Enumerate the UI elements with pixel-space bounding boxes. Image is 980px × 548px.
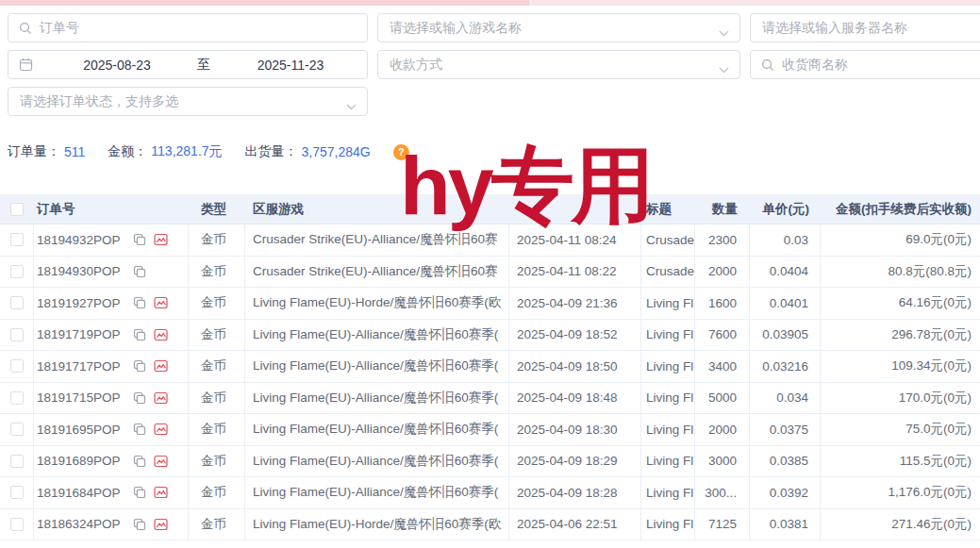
server-placeholder: 请选择或输入服务器名称 [762,20,907,37]
amount-cell: 75.0元(0元) [821,414,980,445]
title-cell: Crusade [641,224,695,256]
image-icon[interactable] [154,486,168,499]
time-cell: 2025-04-09 18:52 [509,320,641,351]
order-no-text: 18191715POP [37,390,133,405]
row-checkbox[interactable] [0,224,34,256]
calendar-icon [19,58,33,72]
top-edge-strip [0,0,980,6]
game-cell: Crusader Strike(EU)-Alliance/魔兽怀旧60赛 [245,257,509,288]
table-row: 18191719POP金币Living Flame(EU)-Alliance/魔… [0,320,980,352]
server-input[interactable]: 请选择或输入服务器名称 [750,13,980,42]
time-cell: 2025-04-11 08:22 [509,257,641,288]
row-checkbox[interactable] [0,257,34,288]
row-checkbox[interactable] [0,383,34,414]
price-cell: 0.03905 [750,320,821,351]
order-management-screen: 订单号 请选择或输入游戏名称 请选择或输入服务器名称 2025-08-23 至 … [0,0,980,548]
order-no-text: 18194930POP [37,264,133,278]
time-cell: 2025-04-06 22:51 [509,509,641,540]
image-icon[interactable] [154,518,168,531]
table-row: 18191695POP金币Living Flame(EU)-Alliance/魔… [0,414,980,446]
qty-cell: 2300 [695,224,750,256]
amount-value: 113,281.7元 [151,143,222,160]
date-end-value[interactable]: 2025-11-23 [214,58,367,73]
order-no-text: 18191695POP [37,423,133,437]
title-cell: Living Fl [641,446,695,477]
copy-icon[interactable] [133,518,146,531]
col-title: 标题 [641,194,695,224]
order-no-cell: 18191927POP [34,288,189,319]
time-cell: 2025-04-09 18:50 [509,351,641,382]
order-no-input[interactable]: 订单号 [8,13,368,42]
type-cell: 金币 [189,414,245,445]
copy-icon[interactable] [133,455,146,468]
game-cell: Living Flame(EU)-Horde/魔兽怀旧60赛季(欧 [245,288,509,319]
amount-cell: 109.34元(0元) [821,351,980,382]
row-checkbox[interactable] [0,446,34,477]
date-start-value[interactable]: 2025-08-23 [41,58,193,73]
qty-cell: 5000 [695,383,750,414]
copy-icon[interactable] [133,233,146,246]
date-range-separator: 至 [193,57,214,74]
row-checkbox[interactable] [0,288,34,319]
stats-bar: 订单量： 511 金额： 113,281.7元 出货量： 3,757,284G … [8,143,409,160]
price-cell: 0.03216 [750,351,821,382]
time-cell: 2025-04-09 21:36 [509,288,641,319]
row-checkbox[interactable] [0,477,34,508]
order-no-text: 18194932POP [37,233,133,247]
row-checkbox[interactable] [0,509,34,540]
image-icon[interactable] [154,391,168,405]
table-row: 18194932POP金币Crusader Strike(EU)-Allianc… [0,224,980,257]
orders-table: 订单号 类型 区服游戏 标题 数量 单价(元) 金额(扣手续费后实收额) 181… [0,194,980,540]
copy-icon[interactable] [133,328,146,341]
row-checkbox[interactable] [0,320,34,351]
type-cell: 金币 [189,224,245,256]
copy-icon[interactable] [133,423,146,436]
copy-icon[interactable] [133,486,146,499]
title-cell: Living Fl [641,509,695,540]
title-cell: Crusade [641,257,695,288]
copy-icon[interactable] [133,296,146,309]
copy-icon[interactable] [133,265,146,278]
chevron-down-icon [346,98,357,113]
search-icon [761,58,774,72]
amount-cell: 80.8元(80.8元) [821,257,980,288]
payment-placeholder: 收款方式 [390,57,442,74]
row-checkbox[interactable] [0,351,34,382]
col-type: 类型 [189,194,245,224]
order-no-text: 18191717POP [37,359,133,374]
help-icon[interactable]: ? [393,144,409,160]
image-icon[interactable] [154,359,168,373]
merchant-input[interactable]: 收货商名称 [750,50,980,79]
title-cell: Living Fl [641,320,695,351]
select-all-checkbox[interactable] [0,194,34,224]
chevron-down-icon [719,61,729,76]
date-range-picker[interactable]: 2025-08-23 至 2025-11-23 [8,50,368,79]
table-row: 18191927POP金币Living Flame(EU)-Horde/魔兽怀旧… [0,288,980,320]
order-no-cell: 18191717POP [34,351,189,382]
col-amount: 金额(扣手续费后实收额) [821,194,980,224]
image-icon[interactable] [154,296,168,309]
game-select[interactable]: 请选择或输入游戏名称 [377,13,740,42]
image-icon[interactable] [154,328,168,341]
type-cell: 金币 [189,288,245,319]
order-status-select[interactable]: 请选择订单状态，支持多选 [8,87,368,116]
game-cell: Living Flame(EU)-Alliance/魔兽怀旧60赛季( [245,414,509,445]
order-no-cell: 18191715POP [34,383,189,414]
time-cell: 2025-04-09 18:48 [509,383,641,414]
qty-cell: 7125 [695,509,750,540]
amount-cell: 64.16元(0元) [821,288,980,319]
order-no-text: 18191689POP [37,454,133,468]
row-checkbox[interactable] [0,414,34,445]
col-game: 区服游戏 [245,194,509,224]
time-cell: 2025-04-09 18:29 [509,446,641,477]
col-qty: 数量 [695,194,750,224]
image-icon[interactable] [154,455,168,468]
image-icon[interactable] [154,233,168,246]
table-row: 18191715POP金币Living Flame(EU)-Alliance/魔… [0,383,980,415]
amount-cell: 170.0元(0元) [821,383,980,414]
payment-method-select[interactable]: 收款方式 [377,50,740,79]
copy-icon[interactable] [133,391,146,405]
image-icon[interactable] [154,423,168,436]
copy-icon[interactable] [133,359,146,373]
price-cell: 0.0404 [750,257,821,288]
